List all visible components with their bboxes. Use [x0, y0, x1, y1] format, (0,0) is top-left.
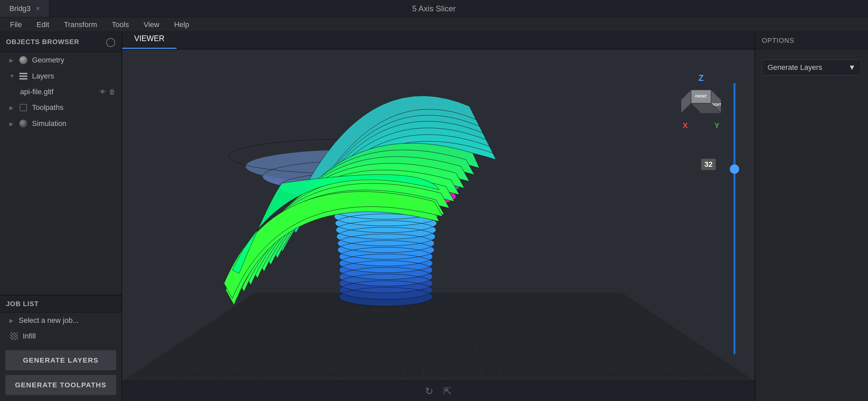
options-content: Generate Layers ▼: [755, 50, 868, 82]
slider-track[interactable]: [734, 83, 736, 354]
objects-browser-add-button[interactable]: ◯: [106, 37, 116, 47]
job-infill[interactable]: Infill: [0, 328, 122, 344]
api-file-delete-icon[interactable]: 🗑: [109, 88, 116, 96]
tree-item-toolpaths[interactable]: ▶ Toolpaths: [0, 99, 122, 116]
viewer-tab-bar: VIEWER: [122, 32, 754, 50]
toolpaths-label: Toolpaths: [32, 103, 63, 112]
tree-item-geometry[interactable]: ▶ Geometry: [0, 52, 122, 68]
viewer-bottom-bar: ↻ ⇱: [122, 381, 754, 401]
menu-edit[interactable]: Edit: [30, 18, 55, 31]
menu-help[interactable]: Help: [168, 18, 195, 31]
tree-item-simulation[interactable]: ▶ Simulation: [0, 116, 122, 132]
axis-x-label: X: [683, 121, 688, 130]
toolpaths-icon: [19, 103, 28, 112]
generate-layers-option-label: Generate Layers: [768, 63, 822, 72]
app-tab[interactable]: Bridg3 ×: [0, 0, 50, 17]
left-panel: OBJECTS BROWSER ◯ ▶ Geometry ▼ Layers: [0, 32, 122, 401]
geometry-arrow: ▶: [9, 57, 15, 63]
objects-browser: OBJECTS BROWSER ◯ ▶ Geometry ▼ Layers: [0, 32, 122, 295]
main-layout: OBJECTS BROWSER ◯ ▶ Geometry ▼ Layers: [0, 32, 868, 401]
axis-z-label: Z: [699, 73, 704, 83]
job-list-header: JOB LIST: [0, 295, 122, 313]
slider-handle[interactable]: [730, 164, 739, 174]
simulation-label: Simulation: [32, 119, 66, 128]
titlebar: Bridg3 × 5 Axis Slicer: [0, 0, 868, 18]
viewer-area: VIEWER: [122, 32, 754, 401]
action-buttons: GENERATE LAYERS GENERATE TOOLPATHS: [0, 344, 122, 401]
axis-indicator: Z FRONT RIGHT: [681, 73, 721, 130]
job-list-title: JOB LIST: [6, 300, 39, 308]
objects-browser-header: OBJECTS BROWSER ◯: [0, 32, 122, 52]
layers-label: Layers: [32, 72, 54, 81]
job-infill-label: Infill: [23, 332, 36, 341]
axis-y-label: Y: [714, 121, 719, 130]
options-header: Options: [755, 32, 868, 50]
tab-name: Bridg3: [9, 4, 31, 13]
job-select-arrow: ▶: [9, 317, 15, 324]
menu-tools[interactable]: Tools: [106, 18, 135, 31]
menu-transform[interactable]: Transform: [58, 18, 103, 31]
toolpaths-arrow: ▶: [9, 105, 15, 111]
viewer-canvas[interactable]: Z FRONT RIGHT: [122, 50, 754, 381]
tree-item-layers[interactable]: ▼ Layers: [0, 68, 122, 84]
job-list: JOB LIST ▶ Select a new job... Infill: [0, 295, 122, 344]
job-select-new-label: Select a new job...: [19, 316, 79, 325]
svg-marker-42: [681, 90, 691, 113]
geometry-icon: [19, 55, 28, 65]
generate-toolpaths-button[interactable]: GENERATE TOOLPATHS: [5, 375, 116, 395]
rotate-icon[interactable]: ↻: [425, 385, 433, 397]
slider-value-label: 32: [701, 159, 716, 170]
layers-arrow: ▼: [9, 73, 15, 79]
layer-slider[interactable]: 32: [724, 83, 744, 354]
job-select-new[interactable]: ▶ Select a new job...: [0, 313, 122, 328]
navigate-icon[interactable]: ⇱: [443, 385, 452, 397]
tab-close-button[interactable]: ×: [36, 5, 40, 12]
simulation-icon: [19, 119, 28, 128]
infill-icon: [9, 332, 19, 341]
geometry-label: Geometry: [32, 56, 64, 64]
generate-layers-button[interactable]: GENERATE LAYERS: [5, 350, 116, 370]
generate-layers-dropdown[interactable]: Generate Layers ▼: [762, 59, 861, 76]
menu-file[interactable]: File: [4, 18, 28, 31]
app-title: 5 Axis Slicer: [412, 4, 456, 13]
tab-viewer[interactable]: VIEWER: [122, 29, 177, 49]
3d-shape: [222, 69, 556, 320]
api-file-actions: 👁 🗑: [99, 88, 116, 96]
layers-icon: [19, 71, 28, 81]
svg-text:FRONT: FRONT: [695, 94, 707, 98]
objects-browser-title: OBJECTS BROWSER: [6, 38, 79, 46]
tree-item-api-file[interactable]: api-file.gltf 👁 🗑: [0, 84, 122, 99]
right-panel: Options Generate Layers ▼: [754, 32, 868, 401]
api-file-visibility-icon[interactable]: 👁: [99, 88, 106, 96]
simulation-arrow: ▶: [9, 121, 15, 127]
dropdown-chevron-icon: ▼: [848, 63, 856, 72]
menu-view[interactable]: View: [137, 18, 165, 31]
api-file-label: api-file.gltf: [20, 88, 54, 96]
